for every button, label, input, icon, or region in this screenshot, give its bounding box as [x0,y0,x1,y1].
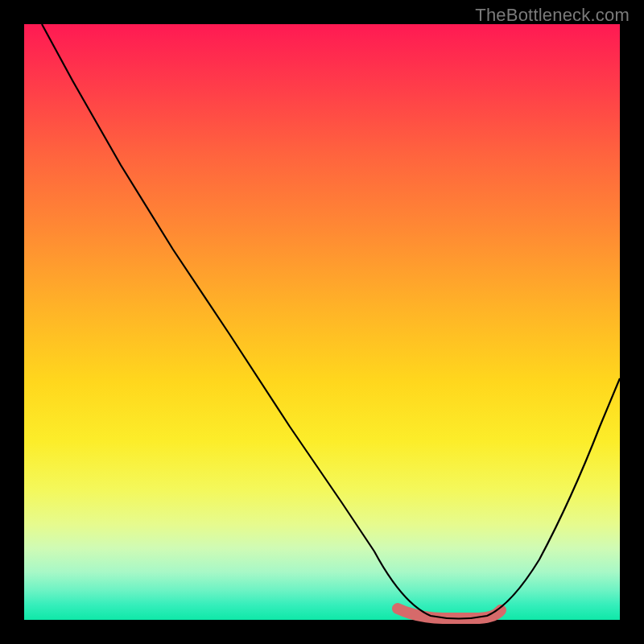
chart-svg [24,24,620,620]
watermark-text: TheBottleneck.com [475,5,630,26]
chart-area [24,24,620,620]
bottleneck-curve [42,24,620,619]
